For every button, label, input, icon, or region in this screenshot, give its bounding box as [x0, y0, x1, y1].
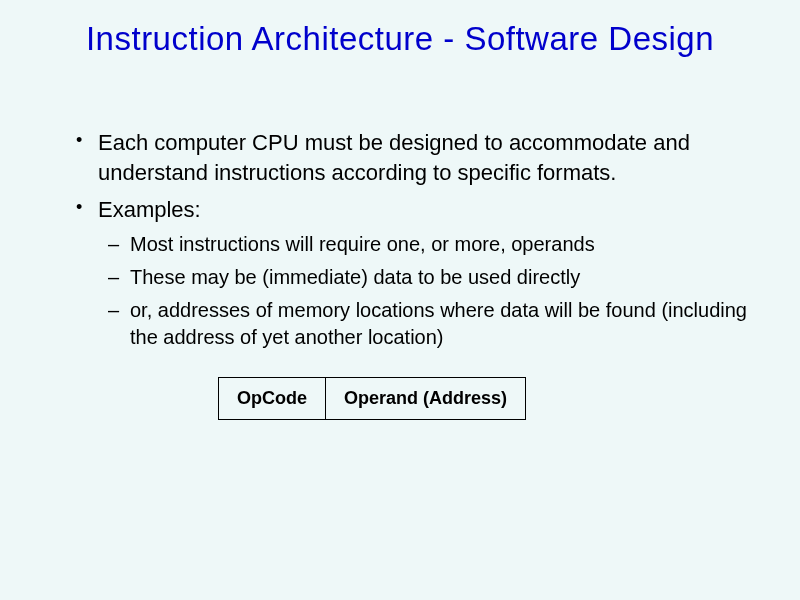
sub-bullet-text: Most instructions will require one, or m…: [130, 233, 595, 255]
page-title: Instruction Architecture - Software Desi…: [30, 20, 770, 58]
bullet-text: Examples:: [98, 197, 201, 222]
sub-bullet-text: or, addresses of memory locations where …: [130, 299, 747, 348]
bullet-item: Examples: Most instructions will require…: [68, 195, 770, 351]
sub-bullet-item: or, addresses of memory locations where …: [98, 297, 770, 351]
instruction-format-diagram: OpCode Operand (Address): [218, 377, 770, 420]
sub-bullet-text: These may be (immediate) data to be used…: [130, 266, 580, 288]
slide-container: Instruction Architecture - Software Desi…: [0, 0, 800, 600]
operand-cell: Operand (Address): [325, 377, 526, 420]
sub-bullet-item: Most instructions will require one, or m…: [98, 231, 770, 258]
bullet-item: Each computer CPU must be designed to ac…: [68, 128, 770, 187]
opcode-cell: OpCode: [218, 377, 325, 420]
bullet-list: Each computer CPU must be designed to ac…: [68, 128, 770, 351]
bullet-text: Each computer CPU must be designed to ac…: [98, 130, 690, 185]
content-area: Each computer CPU must be designed to ac…: [30, 128, 770, 420]
sub-bullet-item: These may be (immediate) data to be used…: [98, 264, 770, 291]
sub-bullet-list: Most instructions will require one, or m…: [98, 231, 770, 351]
